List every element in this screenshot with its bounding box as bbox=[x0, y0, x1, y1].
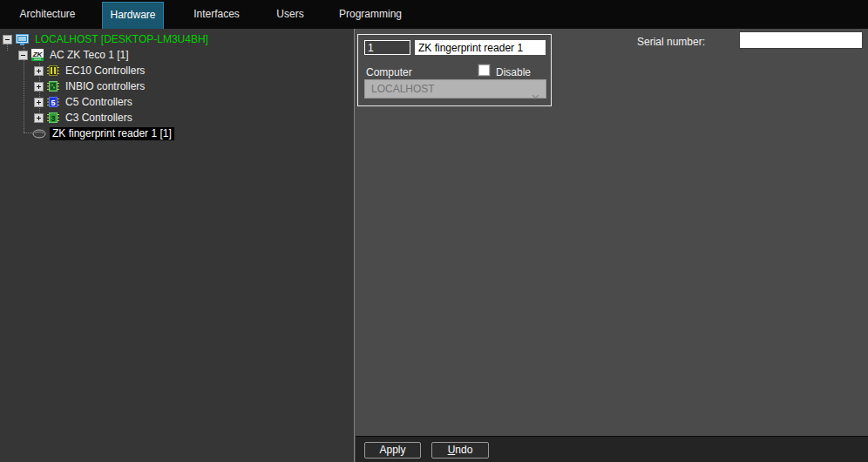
tree-item-zk-fingerprint-reader[interactable]: ZK fingerprint reader 1 [1] bbox=[0, 126, 354, 141]
tab-hardware[interactable]: Hardware bbox=[102, 2, 164, 29]
apply-button[interactable]: Apply bbox=[364, 442, 421, 459]
tab-users[interactable]: Users bbox=[264, 0, 316, 29]
tree-item-label: LOCALHOST [DESKTOP-LM3U4BH] bbox=[32, 33, 211, 46]
app-window: Architecture Hardware Interfaces Users P… bbox=[0, 0, 868, 462]
c5-chip-icon: 5 bbox=[47, 96, 59, 108]
expand-icon[interactable] bbox=[34, 66, 44, 76]
computer-select-value: LOCALHOST bbox=[371, 83, 435, 95]
top-nav-bar: Architecture Hardware Interfaces Users P… bbox=[0, 0, 868, 29]
inbio-chip-icon bbox=[47, 80, 59, 92]
undo-accel-letter: U bbox=[448, 444, 456, 456]
tree-item-label: ZK fingerprint reader 1 [1] bbox=[50, 127, 174, 140]
svg-text:ZK: ZK bbox=[32, 51, 44, 58]
disable-label: Disable bbox=[496, 66, 531, 78]
tab-interfaces[interactable]: Interfaces bbox=[180, 0, 254, 29]
device-properties-group: Computer Disable LOCALHOST bbox=[357, 34, 552, 106]
expand-icon[interactable] bbox=[34, 82, 44, 92]
collapse-icon[interactable] bbox=[18, 51, 28, 60]
device-name-input[interactable] bbox=[415, 40, 546, 55]
collapse-icon[interactable] bbox=[3, 35, 12, 44]
computer-label: Computer bbox=[366, 66, 412, 78]
action-bar: Apply Undo bbox=[356, 436, 868, 462]
serial-number-input[interactable] bbox=[739, 31, 863, 49]
serial-number-label: Serial number: bbox=[637, 36, 705, 48]
computer-icon bbox=[16, 34, 29, 45]
tree-item-c5-controllers[interactable]: 5 C5 Controllers bbox=[0, 94, 354, 110]
fingerprint-reader-icon bbox=[32, 129, 46, 139]
tree-item-label: EC10 Controllers bbox=[63, 65, 147, 78]
device-detail-panel: Computer Disable LOCALHOST Serial number… bbox=[356, 29, 868, 435]
tree-item-inbio-controllers[interactable]: INBIO controllers bbox=[0, 78, 354, 94]
svg-text:5: 5 bbox=[51, 99, 55, 107]
disable-checkbox[interactable] bbox=[478, 65, 490, 76]
chevron-down-icon bbox=[532, 87, 539, 105]
expand-icon[interactable] bbox=[34, 113, 44, 123]
tree-item-c3-controllers[interactable]: 3 C3 Controllers bbox=[0, 110, 354, 126]
undo-button[interactable]: Undo bbox=[431, 442, 489, 459]
tree-item-label: INBIO controllers bbox=[63, 80, 147, 93]
tree-item-label: C3 Controllers bbox=[63, 112, 135, 125]
tab-programming[interactable]: Programming bbox=[329, 0, 412, 29]
zk-teco-logo-icon: ZK bbox=[31, 49, 44, 61]
device-number-input[interactable] bbox=[364, 40, 410, 55]
tab-architecture[interactable]: Architecture bbox=[12, 0, 83, 29]
tree-item-localhost[interactable]: LOCALHOST [DESKTOP-LM3U4BH] bbox=[0, 31, 354, 47]
undo-rest-letters: ndo bbox=[455, 444, 472, 456]
ec10-chip-icon bbox=[47, 65, 59, 77]
device-tree-panel: LOCALHOST [DESKTOP-LM3U4BH] ZK AC ZK Tec… bbox=[0, 29, 355, 462]
tree-item-ac-zk-teco[interactable]: ZK AC ZK Teco 1 [1] bbox=[0, 47, 354, 63]
computer-select[interactable]: LOCALHOST bbox=[364, 79, 546, 99]
c3-chip-icon: 3 bbox=[47, 112, 59, 124]
tree-item-ec10-controllers[interactable]: EC10 Controllers bbox=[0, 63, 354, 78]
svg-text:3: 3 bbox=[51, 114, 55, 123]
expand-icon[interactable] bbox=[34, 98, 44, 107]
tree-item-label: AC ZK Teco 1 [1] bbox=[47, 49, 132, 62]
tree-item-label: C5 Controllers bbox=[63, 96, 135, 109]
